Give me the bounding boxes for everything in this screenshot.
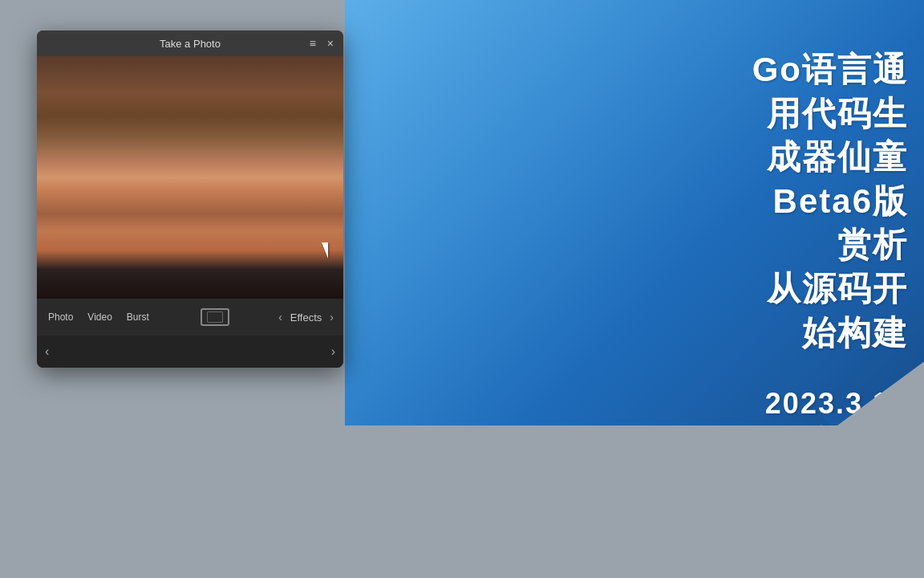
effects-prev-button[interactable]: ‹	[275, 307, 286, 327]
effects-section: ‹ Effects ›	[275, 307, 337, 327]
capture-button-container	[159, 308, 270, 326]
hamburger-icon[interactable]: ≡	[306, 35, 319, 51]
close-icon[interactable]: ×	[324, 35, 337, 51]
window-title: Take a Photo	[160, 38, 221, 50]
bottom-prev-button[interactable]: ‹	[45, 344, 49, 359]
bottom-next-button[interactable]: ›	[331, 344, 335, 359]
effects-next-button[interactable]: ›	[326, 307, 337, 327]
title-bar: Take a Photo ≡ ×	[37, 31, 343, 56]
photo-mode-button[interactable]: Photo	[43, 308, 78, 326]
slide-title-line3: 从源码开始构建	[767, 270, 908, 352]
capture-button[interactable]	[201, 308, 229, 326]
slide-title-line2: Beta6版赏析	[773, 182, 908, 264]
camera-viewport	[37, 56, 343, 299]
slide-title-line1: Go语言通用代码生成器仙童	[752, 51, 908, 176]
slide-title: Go语言通用代码生成器仙童 Beta6版赏析 从源码开始构建	[738, 48, 908, 355]
capture-button-inner	[207, 311, 223, 323]
controls-bar: Photo Video Burst ‹ Effects ›	[37, 299, 343, 336]
presentation-slide: Go语言通用代码生成器仙童 Beta6版赏析 从源码开始构建 2023.3.14…	[345, 0, 924, 425]
burst-mode-button[interactable]: Burst	[122, 308, 154, 326]
camera-window: Take a Photo ≡ × Photo Video Burst ‹ Eff…	[37, 31, 343, 368]
title-bar-controls: ≡ ×	[306, 35, 337, 51]
effects-label: Effects	[287, 311, 326, 324]
bottom-strip: ‹ ›	[37, 336, 343, 368]
camera-feed	[37, 56, 343, 299]
video-mode-button[interactable]: Video	[83, 308, 116, 326]
